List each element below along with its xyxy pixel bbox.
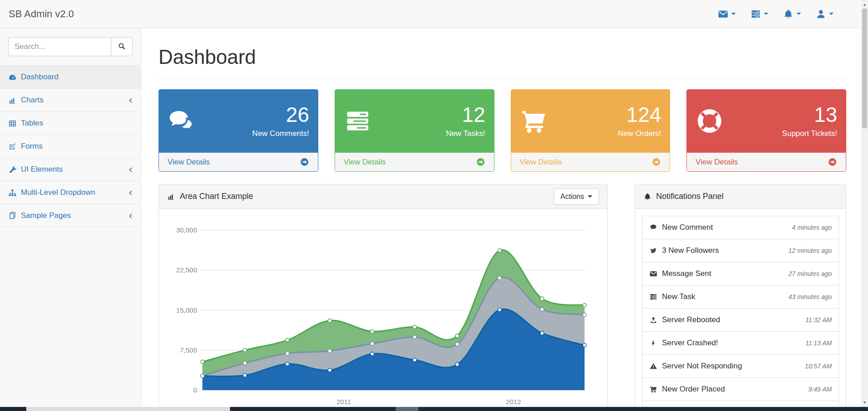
sidebar-item-dashboard[interactable]: Dashboard bbox=[0, 65, 141, 88]
circle-arrow-icon bbox=[652, 157, 661, 167]
table-icon-holder bbox=[8, 119, 21, 128]
notification-new-comment[interactable]: New Comment 4 minutes ago bbox=[642, 216, 839, 239]
dashboard-icon bbox=[8, 73, 17, 82]
horizontal-scrollbar[interactable] bbox=[0, 407, 868, 411]
notification-server-rebooted[interactable]: Server Rebooted 11:32 AM bbox=[642, 308, 839, 332]
navbar-menu bbox=[710, 0, 841, 28]
notification-time: 12 minutes ago bbox=[788, 247, 832, 254]
sidebar-item-label: Dashboard bbox=[21, 73, 58, 82]
notification-server-not-responding[interactable]: Server Not Responding 10:57 AM bbox=[642, 354, 839, 378]
messages-dropdown[interactable] bbox=[710, 0, 743, 28]
notification-message-sent[interactable]: Message Sent 27 minutes ago bbox=[642, 262, 839, 285]
stat-label: New Comments! bbox=[252, 129, 309, 138]
horizontal-scrollbar-thumb[interactable] bbox=[26, 407, 230, 411]
sidebar-item-label: Sample Pages bbox=[21, 211, 71, 220]
notifications-panel-title: Notifications Panel bbox=[656, 192, 724, 201]
notification-new-order-placed[interactable]: New Order Placed 9:49 AM bbox=[642, 377, 839, 401]
caret-down-icon bbox=[829, 13, 834, 15]
sidebar-item-charts[interactable]: Charts ‹ bbox=[0, 88, 141, 111]
actions-dropdown-button[interactable]: Actions bbox=[554, 189, 599, 205]
notification-time: 11:32 AM bbox=[806, 316, 832, 324]
area-chart-panel: Area Chart Example Actions 07,50015,0002… bbox=[158, 184, 608, 411]
dashboard-icon-holder bbox=[8, 73, 21, 82]
sidebar-item-label: Tables bbox=[21, 119, 43, 128]
angle-left-icon: ‹ bbox=[128, 210, 133, 221]
notification-label: New Task bbox=[662, 292, 695, 301]
bolt-icon-holder bbox=[649, 339, 657, 347]
angle-left-icon: ‹ bbox=[128, 164, 133, 175]
sidebar-item-sample-pages[interactable]: Sample Pages ‹ bbox=[0, 204, 141, 227]
svg-text:7,500: 7,500 bbox=[180, 346, 197, 354]
circle-arrow-icon bbox=[300, 157, 309, 167]
bolt-icon bbox=[649, 339, 657, 347]
area-chart-panel-title: Area Chart Example bbox=[180, 192, 253, 201]
notification-label: New Order Placed bbox=[662, 385, 725, 394]
view-details-link-comments[interactable]: View Details bbox=[159, 152, 318, 171]
shopping-cart-icon bbox=[649, 385, 657, 393]
notifications-panel: Notifications Panel New Comment 4 minute… bbox=[635, 184, 846, 411]
sidebar: Dashboard Charts ‹ Tables Forms UI Eleme… bbox=[0, 28, 141, 407]
tasks-dropdown[interactable] bbox=[743, 0, 776, 28]
comments-icon-holder bbox=[168, 107, 196, 135]
sidebar-item-ui-elements[interactable]: UI Elements ‹ bbox=[0, 158, 141, 181]
files-icon-holder bbox=[8, 211, 21, 220]
area-chart-panel-heading: Area Chart Example Actions bbox=[159, 184, 607, 209]
search-input[interactable] bbox=[8, 37, 111, 56]
sidebar-item-forms[interactable]: Forms bbox=[0, 135, 141, 158]
notifications-body: New Comment 4 minutes ago 3 New Follower… bbox=[635, 209, 846, 411]
envelope-icon bbox=[718, 9, 729, 19]
stats-row: 26 New Comments! View Details 12 New Tas… bbox=[158, 89, 846, 172]
notification-new-task[interactable]: New Task 43 minutes ago bbox=[642, 285, 839, 309]
upload-icon-holder bbox=[649, 316, 657, 324]
scroll-up-arrow[interactable]: ▲ bbox=[861, 1, 868, 8]
vertical-scrollbar-thumb[interactable] bbox=[862, 9, 867, 128]
stat-value: 124 bbox=[618, 104, 661, 126]
view-details-link-tickets[interactable]: View Details bbox=[687, 152, 846, 171]
notification-time: 27 minutes ago bbox=[788, 270, 832, 277]
search-button[interactable] bbox=[111, 37, 133, 56]
brand-link[interactable]: SB Admin v2.0 bbox=[9, 8, 74, 20]
tasks-icon bbox=[649, 293, 657, 301]
notification-3-new-followers[interactable]: 3 New Followers 12 minutes ago bbox=[642, 239, 839, 262]
bell-icon bbox=[643, 193, 652, 201]
svg-text:2012: 2012 bbox=[506, 398, 521, 406]
comments-icon bbox=[168, 107, 196, 135]
caret-down-icon bbox=[796, 13, 801, 15]
svg-text:30,000: 30,000 bbox=[176, 226, 197, 234]
alerts-dropdown[interactable] bbox=[776, 0, 808, 28]
top-navbar: SB Admin v2.0 bbox=[0, 0, 861, 28]
life-ring-icon-holder bbox=[695, 107, 724, 135]
bell-icon-holder bbox=[643, 193, 652, 201]
notification-server-crashed[interactable]: Server Crashed! 11:13 AM bbox=[642, 331, 839, 355]
circle-arrow-icon-holder bbox=[652, 157, 661, 167]
circle-arrow-icon bbox=[828, 157, 837, 167]
notifications-panel-heading: Notifications Panel bbox=[635, 184, 846, 209]
sitemap-icon bbox=[8, 189, 17, 197]
view-details-link-orders[interactable]: View Details bbox=[511, 152, 670, 171]
scroll-down-arrow[interactable]: ▼ bbox=[861, 399, 868, 406]
circle-arrow-icon-holder bbox=[300, 157, 309, 167]
edit-icon bbox=[8, 142, 17, 151]
sidebar-item-label: UI Elements bbox=[21, 165, 63, 174]
horizontal-scrollbar-segment bbox=[396, 407, 418, 411]
svg-text:15,000: 15,000 bbox=[176, 306, 197, 314]
search-icon bbox=[118, 42, 126, 50]
twitter-icon bbox=[649, 247, 657, 255]
bar-chart-icon bbox=[167, 193, 175, 201]
circle-arrow-icon bbox=[476, 157, 485, 167]
tasks-icon-holder bbox=[649, 293, 657, 301]
user-dropdown[interactable] bbox=[808, 0, 841, 28]
sidebar-item-label: Forms bbox=[21, 142, 43, 151]
sidebar-item-tables[interactable]: Tables bbox=[0, 111, 141, 135]
edit-icon-holder bbox=[8, 142, 21, 151]
circle-arrow-icon-holder bbox=[476, 157, 485, 167]
comment-icon-holder bbox=[649, 223, 657, 232]
vertical-scrollbar[interactable]: ▲ ▼ bbox=[861, 0, 868, 407]
view-details-link-tasks[interactable]: View Details bbox=[335, 152, 494, 171]
envelope-icon bbox=[649, 270, 657, 278]
circle-arrow-icon-holder bbox=[828, 157, 837, 167]
shopping-cart-icon-holder bbox=[649, 385, 657, 393]
twitter-icon-holder bbox=[649, 247, 657, 255]
sidebar-item-multi-level-dropdown[interactable]: Multi-Level Dropdown ‹ bbox=[0, 181, 141, 204]
notification-time: 4 minutes ago bbox=[792, 224, 832, 231]
